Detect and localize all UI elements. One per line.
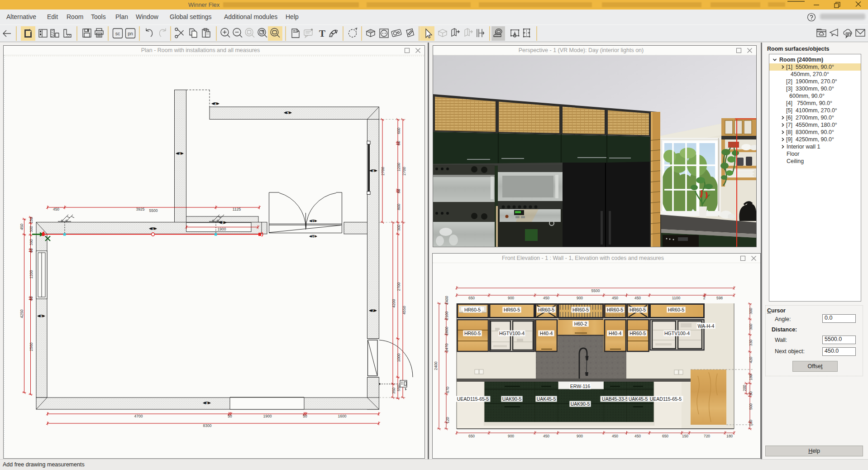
- svg-text:HR60-5: HR60-5: [668, 307, 684, 312]
- svg-text:8: 8: [206, 401, 208, 405]
- svg-text:450: 450: [612, 296, 618, 300]
- svg-text:450: 450: [543, 434, 549, 438]
- svg-text:1900: 1900: [218, 227, 226, 231]
- svg-text:HR60-5: HR60-5: [504, 307, 520, 312]
- svg-text:50: 50: [303, 414, 307, 418]
- svg-text:7: 7: [372, 309, 374, 313]
- svg-text:50: 50: [228, 414, 232, 418]
- svg-text:HR60-5: HR60-5: [630, 307, 646, 312]
- svg-text:50: 50: [29, 296, 33, 301]
- svg-text:720: 720: [704, 434, 710, 438]
- svg-text:11: 11: [311, 219, 315, 223]
- svg-text:4550: 4550: [402, 306, 406, 314]
- svg-text:200: 200: [742, 385, 747, 391]
- svg-text:120: 120: [749, 420, 753, 426]
- svg-text:2700: 2700: [381, 167, 385, 175]
- svg-text:300: 300: [749, 308, 753, 314]
- svg-text:4250: 4250: [19, 309, 24, 318]
- svg-text:450: 450: [634, 296, 641, 300]
- svg-text:150: 150: [682, 434, 688, 438]
- svg-text:420: 420: [749, 357, 753, 363]
- svg-text:HR60-5: HR60-5: [572, 307, 589, 312]
- svg-text:WA-H-4: WA-H-4: [698, 323, 715, 329]
- svg-text:900: 900: [508, 296, 514, 300]
- svg-text:120: 120: [445, 417, 450, 423]
- svg-text:1200: 1200: [396, 163, 401, 171]
- svg-text:1900: 1900: [263, 414, 272, 418]
- svg-text:1100: 1100: [672, 296, 681, 300]
- svg-text:HGTV100-4: HGTV100-4: [664, 331, 690, 336]
- svg-text:HGTV100-4: HGTV100-4: [499, 331, 525, 336]
- svg-text:50: 50: [749, 391, 753, 396]
- svg-text:2560: 2560: [29, 342, 33, 351]
- svg-text:H40-4: H40-4: [609, 331, 622, 336]
- svg-text:H40-4: H40-4: [540, 331, 553, 336]
- svg-text:UEAD115-65-5: UEAD115-65-5: [650, 396, 682, 402]
- svg-text:50: 50: [396, 189, 401, 193]
- svg-text:900: 900: [577, 296, 583, 300]
- svg-text:670: 670: [445, 387, 450, 393]
- svg-text:2400: 2400: [444, 296, 449, 304]
- svg-text:3: 3: [179, 152, 181, 156]
- svg-text:1800: 1800: [444, 326, 449, 335]
- svg-text:5500: 5500: [149, 208, 158, 213]
- svg-text:2100: 2100: [444, 311, 449, 320]
- svg-text:6: 6: [372, 169, 374, 173]
- svg-text:450: 450: [612, 434, 618, 438]
- svg-text:UAK45-5: UAK45-5: [537, 396, 556, 402]
- svg-text:sc: sc: [115, 31, 120, 36]
- svg-text:900: 900: [577, 434, 583, 438]
- svg-text:330: 330: [749, 340, 753, 346]
- svg-text:1: 1: [152, 227, 154, 231]
- svg-text:T: T: [319, 28, 325, 39]
- svg-text:390: 390: [29, 239, 33, 245]
- svg-text:2700: 2700: [396, 282, 401, 291]
- svg-text:3925: 3925: [136, 207, 145, 211]
- svg-text:900: 900: [508, 434, 514, 438]
- svg-text:598: 598: [716, 296, 723, 300]
- svg-text:1200: 1200: [29, 270, 33, 278]
- svg-text:180: 180: [749, 374, 753, 380]
- svg-text:UAK90-5: UAK90-5: [571, 401, 590, 407]
- svg-text:UAB45-33-5: UAB45-33-5: [602, 396, 628, 402]
- svg-text:450: 450: [543, 296, 549, 300]
- svg-text:10: 10: [311, 235, 315, 239]
- svg-text:650: 650: [468, 434, 475, 438]
- svg-text:1600: 1600: [338, 414, 347, 418]
- svg-text:50: 50: [396, 141, 401, 145]
- svg-text:600: 600: [396, 128, 401, 134]
- svg-text:800: 800: [396, 204, 401, 210]
- svg-text:300: 300: [396, 225, 401, 231]
- svg-text:450: 450: [634, 434, 641, 438]
- svg-text:UEAD115-65-5: UEAD115-65-5: [457, 396, 489, 402]
- svg-text:8300: 8300: [203, 423, 212, 428]
- svg-text:HR60-5: HR60-5: [607, 307, 623, 312]
- svg-text:150: 150: [29, 217, 33, 223]
- svg-text:350: 350: [391, 388, 396, 394]
- svg-text:ERW-116: ERW-116: [570, 384, 591, 389]
- svg-text:H60-2: H60-2: [574, 321, 587, 326]
- svg-text:4200: 4200: [391, 299, 396, 307]
- svg-text:2400: 2400: [434, 361, 438, 370]
- svg-text:2: 2: [222, 221, 224, 225]
- svg-text:pn: pn: [128, 31, 133, 36]
- svg-text:2: 2: [703, 296, 706, 300]
- svg-text:9: 9: [40, 314, 42, 318]
- svg-text:1125: 1125: [233, 207, 241, 211]
- svg-text:4700: 4700: [134, 414, 143, 418]
- svg-text:50: 50: [29, 248, 33, 253]
- svg-text:300: 300: [749, 324, 753, 330]
- svg-text:1470: 1470: [444, 343, 449, 352]
- svg-text:UAK90-5: UAK90-5: [502, 396, 522, 402]
- svg-text:500: 500: [749, 403, 753, 410]
- svg-text:HR60-5: HR60-5: [538, 307, 554, 312]
- svg-text:650: 650: [662, 434, 668, 438]
- svg-text:1000: 1000: [396, 353, 401, 362]
- svg-text:5500: 5500: [591, 288, 600, 293]
- svg-text:HR60-5: HR60-5: [630, 331, 646, 336]
- svg-text:2700: 2700: [402, 167, 406, 175]
- svg-text:UAK45-5: UAK45-5: [629, 396, 648, 402]
- svg-text:5: 5: [287, 111, 289, 115]
- svg-text:300: 300: [29, 226, 33, 232]
- svg-text:450: 450: [53, 207, 59, 211]
